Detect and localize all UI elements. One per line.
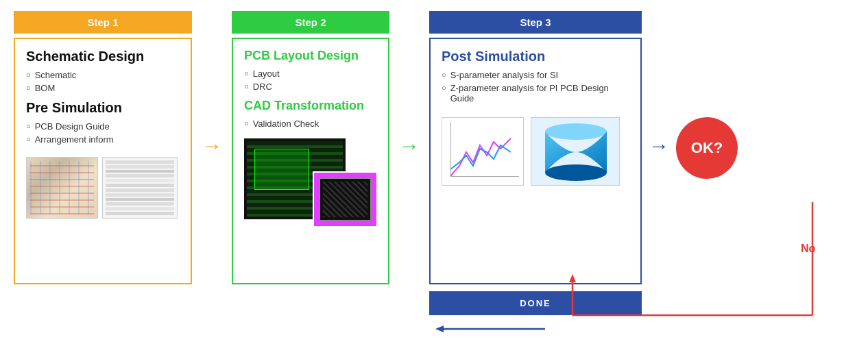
step1-header: Step 1	[14, 11, 192, 34]
pcb-img-left	[26, 157, 98, 219]
done-box: DONE	[429, 291, 642, 315]
bullet-drc: DRC	[244, 82, 377, 92]
pcb-img-right	[102, 157, 178, 219]
cad-bullets: Validation Check	[244, 119, 377, 129]
sim-graph-right	[531, 117, 620, 186]
post-sim-title: Post Simulation	[442, 49, 629, 64]
bullet-z-param: Z-parameter analysis for PI PCB Design G…	[442, 83, 629, 103]
step1-box: Schematic Design Schematic BOM Pre Simul…	[14, 38, 192, 284]
sim-graph-left	[442, 117, 524, 186]
svg-marker-8	[435, 325, 444, 332]
arrow2: →	[389, 134, 429, 158]
ok-button[interactable]: OK?	[676, 117, 738, 179]
schematic-design-title: Schematic Design	[26, 49, 180, 64]
pre-simulation-title: Pre Simulation	[26, 100, 180, 116]
step3-images	[442, 117, 629, 186]
step1-wrapper: Step 1 Schematic Design Schematic BOM Pr…	[14, 11, 192, 284]
post-sim-bullets: S-parameter analysis for SI Z-parameter …	[442, 70, 629, 103]
schematic-bullets: Schematic BOM	[26, 70, 180, 93]
step3-header: Step 3	[429, 11, 642, 34]
step3-box: Post Simulation S-parameter analysis for…	[429, 38, 642, 284]
bullet-s-param: S-parameter analysis for SI	[442, 70, 629, 80]
bullet-schematic: Schematic	[26, 70, 180, 80]
step1-image	[26, 157, 180, 219]
pcb-layout-title: PCB Layout Design	[244, 49, 377, 63]
cad-transformation-title: CAD Transformation	[244, 99, 377, 113]
step2-image	[244, 138, 378, 228]
step2-header: Step 2	[232, 11, 389, 34]
bullet-arrangement: Arrangement inform	[26, 134, 180, 145]
svg-point-0	[545, 123, 607, 140]
step2-wrapper: Step 2 PCB Layout Design Layout DRC CAD …	[232, 11, 389, 284]
step2-box: PCB Layout Design Layout DRC CAD Transfo…	[232, 38, 389, 284]
bullet-validation: Validation Check	[244, 119, 377, 129]
bullet-pcb-design-guide: PCB Design Guide	[26, 121, 180, 132]
pre-sim-bullets: PCB Design Guide Arrangement inform	[26, 121, 180, 145]
arrow3: →	[642, 134, 676, 158]
bullet-bom: BOM	[26, 83, 180, 93]
cad-overlay	[313, 171, 378, 228]
bullet-layout: Layout	[244, 69, 377, 79]
layout-bullets: Layout DRC	[244, 69, 377, 92]
svg-point-1	[545, 164, 607, 181]
arrow1: →	[192, 134, 232, 158]
step3-wrapper: Step 3 Post Simulation S-parameter analy…	[429, 11, 642, 315]
